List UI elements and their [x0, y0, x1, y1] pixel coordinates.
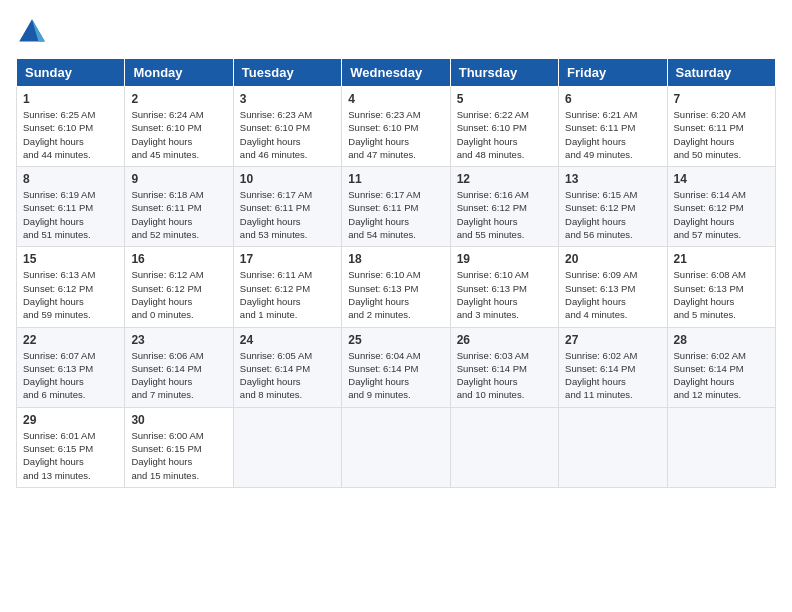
- day-number: 24: [240, 333, 335, 347]
- day-info: Sunrise: 6:11 AMSunset: 6:12 PMDaylight …: [240, 268, 335, 321]
- day-info: Sunrise: 6:09 AMSunset: 6:13 PMDaylight …: [565, 268, 660, 321]
- calendar-cell: 24Sunrise: 6:05 AMSunset: 6:14 PMDayligh…: [233, 327, 341, 407]
- day-number: 1: [23, 92, 118, 106]
- calendar-cell: 5Sunrise: 6:22 AMSunset: 6:10 PMDaylight…: [450, 87, 558, 167]
- day-number: 9: [131, 172, 226, 186]
- page-header: [16, 16, 776, 48]
- day-number: 21: [674, 252, 769, 266]
- calendar-header-saturday: Saturday: [667, 59, 775, 87]
- calendar-header-sunday: Sunday: [17, 59, 125, 87]
- calendar-cell: [450, 407, 558, 487]
- day-info: Sunrise: 6:22 AMSunset: 6:10 PMDaylight …: [457, 108, 552, 161]
- day-info: Sunrise: 6:03 AMSunset: 6:14 PMDaylight …: [457, 349, 552, 402]
- day-info: Sunrise: 6:19 AMSunset: 6:11 PMDaylight …: [23, 188, 118, 241]
- calendar-week-5: 29Sunrise: 6:01 AMSunset: 6:15 PMDayligh…: [17, 407, 776, 487]
- calendar-cell: 2Sunrise: 6:24 AMSunset: 6:10 PMDaylight…: [125, 87, 233, 167]
- day-info: Sunrise: 6:14 AMSunset: 6:12 PMDaylight …: [674, 188, 769, 241]
- calendar-cell: 26Sunrise: 6:03 AMSunset: 6:14 PMDayligh…: [450, 327, 558, 407]
- calendar-cell: 6Sunrise: 6:21 AMSunset: 6:11 PMDaylight…: [559, 87, 667, 167]
- calendar-cell: 10Sunrise: 6:17 AMSunset: 6:11 PMDayligh…: [233, 167, 341, 247]
- calendar-cell: [233, 407, 341, 487]
- calendar-cell: 20Sunrise: 6:09 AMSunset: 6:13 PMDayligh…: [559, 247, 667, 327]
- calendar-cell: 23Sunrise: 6:06 AMSunset: 6:14 PMDayligh…: [125, 327, 233, 407]
- logo: [16, 16, 52, 48]
- day-number: 12: [457, 172, 552, 186]
- day-number: 6: [565, 92, 660, 106]
- calendar-week-1: 1Sunrise: 6:25 AMSunset: 6:10 PMDaylight…: [17, 87, 776, 167]
- calendar-cell: [342, 407, 450, 487]
- day-info: Sunrise: 6:18 AMSunset: 6:11 PMDaylight …: [131, 188, 226, 241]
- day-info: Sunrise: 6:20 AMSunset: 6:11 PMDaylight …: [674, 108, 769, 161]
- day-number: 20: [565, 252, 660, 266]
- calendar-header-thursday: Thursday: [450, 59, 558, 87]
- day-number: 27: [565, 333, 660, 347]
- calendar-week-3: 15Sunrise: 6:13 AMSunset: 6:12 PMDayligh…: [17, 247, 776, 327]
- calendar-cell: 19Sunrise: 6:10 AMSunset: 6:13 PMDayligh…: [450, 247, 558, 327]
- calendar-week-4: 22Sunrise: 6:07 AMSunset: 6:13 PMDayligh…: [17, 327, 776, 407]
- calendar-week-2: 8Sunrise: 6:19 AMSunset: 6:11 PMDaylight…: [17, 167, 776, 247]
- day-number: 8: [23, 172, 118, 186]
- calendar-cell: 9Sunrise: 6:18 AMSunset: 6:11 PMDaylight…: [125, 167, 233, 247]
- day-number: 30: [131, 413, 226, 427]
- day-number: 4: [348, 92, 443, 106]
- calendar-cell: 30Sunrise: 6:00 AMSunset: 6:15 PMDayligh…: [125, 407, 233, 487]
- calendar-cell: 17Sunrise: 6:11 AMSunset: 6:12 PMDayligh…: [233, 247, 341, 327]
- calendar: SundayMondayTuesdayWednesdayThursdayFrid…: [16, 58, 776, 488]
- day-number: 13: [565, 172, 660, 186]
- calendar-body: 1Sunrise: 6:25 AMSunset: 6:10 PMDaylight…: [17, 87, 776, 488]
- calendar-cell: 3Sunrise: 6:23 AMSunset: 6:10 PMDaylight…: [233, 87, 341, 167]
- calendar-cell: 21Sunrise: 6:08 AMSunset: 6:13 PMDayligh…: [667, 247, 775, 327]
- day-info: Sunrise: 6:13 AMSunset: 6:12 PMDaylight …: [23, 268, 118, 321]
- day-number: 29: [23, 413, 118, 427]
- day-info: Sunrise: 6:24 AMSunset: 6:10 PMDaylight …: [131, 108, 226, 161]
- day-info: Sunrise: 6:01 AMSunset: 6:15 PMDaylight …: [23, 429, 118, 482]
- day-number: 15: [23, 252, 118, 266]
- calendar-cell: 1Sunrise: 6:25 AMSunset: 6:10 PMDaylight…: [17, 87, 125, 167]
- day-info: Sunrise: 6:10 AMSunset: 6:13 PMDaylight …: [457, 268, 552, 321]
- day-number: 17: [240, 252, 335, 266]
- calendar-cell: [667, 407, 775, 487]
- day-number: 25: [348, 333, 443, 347]
- day-number: 26: [457, 333, 552, 347]
- calendar-header-row: SundayMondayTuesdayWednesdayThursdayFrid…: [17, 59, 776, 87]
- day-number: 2: [131, 92, 226, 106]
- day-number: 11: [348, 172, 443, 186]
- calendar-cell: 28Sunrise: 6:02 AMSunset: 6:14 PMDayligh…: [667, 327, 775, 407]
- day-number: 22: [23, 333, 118, 347]
- day-info: Sunrise: 6:06 AMSunset: 6:14 PMDaylight …: [131, 349, 226, 402]
- day-info: Sunrise: 6:07 AMSunset: 6:13 PMDaylight …: [23, 349, 118, 402]
- calendar-cell: 16Sunrise: 6:12 AMSunset: 6:12 PMDayligh…: [125, 247, 233, 327]
- day-number: 16: [131, 252, 226, 266]
- day-info: Sunrise: 6:23 AMSunset: 6:10 PMDaylight …: [348, 108, 443, 161]
- calendar-cell: 18Sunrise: 6:10 AMSunset: 6:13 PMDayligh…: [342, 247, 450, 327]
- day-number: 28: [674, 333, 769, 347]
- day-info: Sunrise: 6:02 AMSunset: 6:14 PMDaylight …: [565, 349, 660, 402]
- day-number: 10: [240, 172, 335, 186]
- day-info: Sunrise: 6:16 AMSunset: 6:12 PMDaylight …: [457, 188, 552, 241]
- calendar-cell: 22Sunrise: 6:07 AMSunset: 6:13 PMDayligh…: [17, 327, 125, 407]
- calendar-cell: 12Sunrise: 6:16 AMSunset: 6:12 PMDayligh…: [450, 167, 558, 247]
- day-info: Sunrise: 6:12 AMSunset: 6:12 PMDaylight …: [131, 268, 226, 321]
- calendar-cell: 7Sunrise: 6:20 AMSunset: 6:11 PMDaylight…: [667, 87, 775, 167]
- calendar-cell: 27Sunrise: 6:02 AMSunset: 6:14 PMDayligh…: [559, 327, 667, 407]
- logo-icon: [16, 16, 48, 48]
- day-info: Sunrise: 6:23 AMSunset: 6:10 PMDaylight …: [240, 108, 335, 161]
- calendar-cell: 13Sunrise: 6:15 AMSunset: 6:12 PMDayligh…: [559, 167, 667, 247]
- day-info: Sunrise: 6:25 AMSunset: 6:10 PMDaylight …: [23, 108, 118, 161]
- day-info: Sunrise: 6:15 AMSunset: 6:12 PMDaylight …: [565, 188, 660, 241]
- calendar-cell: 25Sunrise: 6:04 AMSunset: 6:14 PMDayligh…: [342, 327, 450, 407]
- day-info: Sunrise: 6:21 AMSunset: 6:11 PMDaylight …: [565, 108, 660, 161]
- day-number: 19: [457, 252, 552, 266]
- day-info: Sunrise: 6:04 AMSunset: 6:14 PMDaylight …: [348, 349, 443, 402]
- day-info: Sunrise: 6:10 AMSunset: 6:13 PMDaylight …: [348, 268, 443, 321]
- calendar-cell: 8Sunrise: 6:19 AMSunset: 6:11 PMDaylight…: [17, 167, 125, 247]
- calendar-header-monday: Monday: [125, 59, 233, 87]
- day-number: 23: [131, 333, 226, 347]
- calendar-cell: 11Sunrise: 6:17 AMSunset: 6:11 PMDayligh…: [342, 167, 450, 247]
- day-number: 18: [348, 252, 443, 266]
- calendar-cell: 14Sunrise: 6:14 AMSunset: 6:12 PMDayligh…: [667, 167, 775, 247]
- day-number: 7: [674, 92, 769, 106]
- day-number: 3: [240, 92, 335, 106]
- calendar-cell: 15Sunrise: 6:13 AMSunset: 6:12 PMDayligh…: [17, 247, 125, 327]
- day-info: Sunrise: 6:00 AMSunset: 6:15 PMDaylight …: [131, 429, 226, 482]
